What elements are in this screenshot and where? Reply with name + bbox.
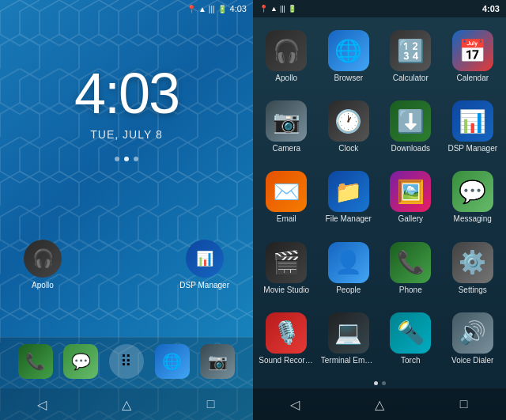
app-gallery[interactable]: 🖼️ Gallery <box>380 163 441 232</box>
torch-icon: 🔦 <box>390 312 431 354</box>
app-messaging[interactable]: 💬 Messaging <box>443 163 504 232</box>
recents-btn-right[interactable]: □ <box>448 392 480 416</box>
signal-icon-r: ||| <box>280 5 285 13</box>
lock-clock: 4:03 <box>74 65 179 122</box>
lock-dots <box>115 157 138 161</box>
app-email[interactable]: ✉️ Email <box>256 163 317 232</box>
app-browser[interactable]: 🌐 Browser <box>319 22 380 91</box>
lock-dot-1 <box>115 157 119 161</box>
camera-label: Camera <box>272 144 300 153</box>
app-soundrec[interactable]: 🎙️ Sound Recorder <box>256 305 317 373</box>
home-btn-left[interactable]: △ <box>111 392 142 416</box>
lock-date: TUE, JULY 8 <box>90 128 162 141</box>
app-drawer: 📍 ▲ ||| 🔋 4:03 🎧 Apollo 🌐 Browser 🔢 Calc… <box>253 0 506 420</box>
apollo-home-icon: 🎧 <box>24 240 62 278</box>
terminal-label: Terminal Emulat. <box>321 356 376 365</box>
voicedialer-icon: 🔊 <box>452 312 493 354</box>
apollo-label: Apollo <box>275 74 297 83</box>
app-terminal[interactable]: 💻 Terminal Emulat. <box>319 305 380 373</box>
app-camera[interactable]: 📷 Camera <box>256 93 317 161</box>
email-label: Email <box>277 214 296 224</box>
clock-icon: 🕐 <box>328 100 369 142</box>
back-btn-left[interactable]: ◁ <box>26 392 58 416</box>
messaging-icon: 💬 <box>452 171 493 212</box>
battery-icon-r: 🔋 <box>288 5 296 13</box>
calculator-label: Calculator <box>393 74 429 83</box>
status-icons-left: 📍 ▲ ||| 🔋 <box>187 5 227 13</box>
settings-label: Settings <box>459 286 487 295</box>
home-btn-right[interactable]: △ <box>364 392 395 416</box>
status-icons-right: 📍 ▲ ||| 🔋 <box>259 5 296 13</box>
soundrec-label: Sound Recorder <box>259 356 314 365</box>
dsp-home-icon: 📊 <box>186 240 224 278</box>
dsp-home-label: DSP Manager <box>179 281 229 289</box>
soundrec-icon: 🎙️ <box>266 312 307 354</box>
browser-icon: 🌐 <box>328 30 369 71</box>
app-settings[interactable]: ⚙️ Settings <box>443 234 504 303</box>
app-people[interactable]: 👤 People <box>319 234 380 303</box>
dsp-icon: 📊 <box>452 100 493 142</box>
app-phone[interactable]: 📞 Phone <box>380 234 441 303</box>
filemanager-label: File Manager <box>326 214 372 224</box>
calendar-label: Calendar <box>456 74 489 83</box>
pager-dots <box>253 378 506 388</box>
status-bar-left: 📍 ▲ ||| 🔋 4:03 <box>0 0 253 17</box>
app-calendar[interactable]: 📅 Calendar <box>443 22 504 91</box>
location-icon: 📍 <box>187 5 196 13</box>
app-voicedialer[interactable]: 🔊 Voice Dialer <box>443 305 504 373</box>
people-icon: 👤 <box>328 242 369 283</box>
messaging-label: Messaging <box>454 214 492 224</box>
dock-phone[interactable]: 📞 <box>18 344 53 379</box>
downloads-icon: ⬇️ <box>390 100 431 142</box>
torch-label: Torch <box>401 356 420 365</box>
apollo-home-label: Apollo <box>32 281 54 289</box>
dock-messaging[interactable]: 💬 <box>63 344 98 379</box>
nav-bar-left: ◁ △ □ <box>0 388 253 420</box>
dock-camera[interactable]: 📷 <box>200 344 235 379</box>
homescreen-icons: 🎧 Apollo 📊 DSP Manager <box>0 240 253 337</box>
status-time-right: 4:03 <box>482 4 500 13</box>
status-time-left: 4:03 <box>230 4 247 13</box>
filemanager-icon: 📁 <box>328 171 369 212</box>
gallery-label: Gallery <box>398 214 423 224</box>
dock-launcher[interactable]: ⠿ <box>109 344 144 379</box>
recents-btn-left[interactable]: □ <box>195 392 227 416</box>
voicedialer-label: Voice Dialer <box>451 356 493 365</box>
clock-label: Clock <box>338 144 358 153</box>
nav-bar-right: ◁ △ □ <box>253 388 506 420</box>
people-label: People <box>336 286 361 295</box>
app-grid: 🎧 Apollo 🌐 Browser 🔢 Calculator 📅 Calend… <box>253 17 506 378</box>
app-moviestudio[interactable]: 🎬 Movie Studio <box>256 234 317 303</box>
app-apollo[interactable]: 🎧 Apollo <box>256 22 317 91</box>
lock-dot-3 <box>134 157 138 161</box>
terminal-icon: 💻 <box>328 312 369 354</box>
apollo-icon: 🎧 <box>266 30 307 71</box>
dsp-label: DSP Manager <box>447 144 497 153</box>
camera-icon: 📷 <box>266 100 307 142</box>
pager-dot-2 <box>382 381 386 385</box>
gallery-icon: 🖼️ <box>390 171 431 212</box>
back-btn-right[interactable]: ◁ <box>279 392 311 416</box>
app-filemanager[interactable]: 📁 File Manager <box>319 163 380 232</box>
email-icon: ✉️ <box>266 171 307 212</box>
moviestudio-icon: 🎬 <box>266 242 307 283</box>
app-torch[interactable]: 🔦 Torch <box>380 305 441 373</box>
location-icon-r: 📍 <box>259 5 268 13</box>
battery-icon: 🔋 <box>217 5 227 13</box>
app-calculator[interactable]: 🔢 Calculator <box>380 22 441 91</box>
homescreen-dsp[interactable]: 📊 DSP Manager <box>179 240 229 289</box>
phone-icon: 📞 <box>390 242 431 283</box>
moviestudio-label: Movie Studio <box>263 286 309 295</box>
status-bar-right: 📍 ▲ ||| 🔋 4:03 <box>253 0 506 17</box>
homescreen-apollo[interactable]: 🎧 Apollo <box>24 240 62 289</box>
app-dsp[interactable]: 📊 DSP Manager <box>443 93 504 161</box>
wifi-icon-r: ▲ <box>270 5 278 13</box>
phone-label: Phone <box>399 286 422 295</box>
dock: 📞 💬 ⠿ 🌐 📷 <box>0 337 253 388</box>
lock-dot-2 <box>124 157 129 161</box>
dock-browser[interactable]: 🌐 <box>155 344 190 379</box>
lock-screen: 📍 ▲ ||| 🔋 4:03 4:03 TUE, JULY 8 🎧 Apollo… <box>0 0 253 420</box>
calendar-icon: 📅 <box>452 30 493 71</box>
app-downloads[interactable]: ⬇️ Downloads <box>380 93 441 161</box>
app-clock[interactable]: 🕐 Clock <box>319 93 380 161</box>
